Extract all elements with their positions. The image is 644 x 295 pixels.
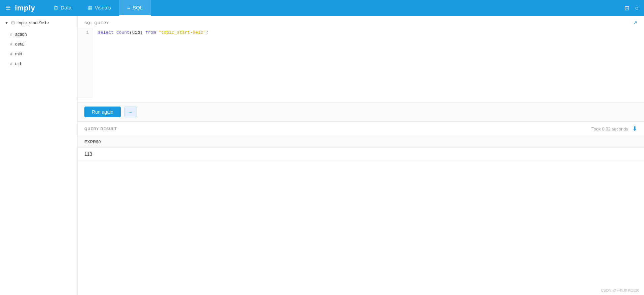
- user-icon[interactable]: ○: [635, 5, 639, 12]
- sql-editor: 1 select count(uid) from "topic_start-9e…: [78, 28, 644, 102]
- sql-query-header: SQL QUERY ↗: [78, 16, 644, 28]
- tab-data[interactable]: ⊞ Data: [46, 0, 80, 16]
- col-expr0-header: EXPR$0: [78, 136, 644, 148]
- cell-expr0-value: 113: [78, 148, 644, 160]
- query-result-header: QUERY RESULT Took 0.02 seconds ⬇: [78, 122, 644, 136]
- datasource-item[interactable]: ▼ ⊞ topic_start-9e1c: [0, 16, 77, 29]
- sidebar: ▼ ⊞ topic_start-9e1c # action # detail #…: [0, 16, 78, 295]
- content-area: SQL QUERY ↗ 1 select count(uid) from "to…: [78, 16, 644, 295]
- table-body: 113: [78, 148, 644, 160]
- chevron-down-icon: ▼: [5, 21, 8, 25]
- sidebar-field-mid[interactable]: # mid: [0, 49, 77, 59]
- more-options-button[interactable]: ···: [124, 107, 137, 117]
- hamburger-menu[interactable]: ☰: [5, 4, 11, 12]
- sidebar-field-action[interactable]: # action: [0, 29, 77, 39]
- field-detail-label: detail: [15, 41, 26, 47]
- tab-visuals-label: Visuals: [95, 5, 111, 10]
- query-result-meta: Took 0.02 seconds ⬇: [592, 125, 637, 132]
- sql-function-count: count: [116, 30, 130, 35]
- query-result-section: QUERY RESULT Took 0.02 seconds ⬇ EXPR$0: [78, 122, 644, 295]
- tab-sql-label: SQL: [133, 5, 143, 10]
- sql-keyword-select: select: [98, 30, 114, 35]
- app-logo: imply: [15, 4, 35, 12]
- line-number-1: 1: [81, 29, 89, 37]
- footer-note: CSDN @不以物喜2020: [601, 288, 639, 293]
- sql-code[interactable]: select count(uid) from "topic_start-9e1c…: [92, 28, 644, 98]
- field-uid-label: uid: [15, 61, 21, 66]
- sql-tab-icon: ≡: [127, 5, 130, 10]
- sql-close-paren: ): [140, 30, 143, 35]
- top-navigation: ☰ imply ⊞ Data ▦ Visuals ≡ SQL ⊟ ○: [0, 0, 644, 16]
- query-result-label: QUERY RESULT: [84, 127, 117, 131]
- tab-data-label: Data: [61, 5, 72, 10]
- download-icon[interactable]: ⬇: [632, 125, 637, 132]
- visuals-tab-icon: ▦: [88, 5, 92, 10]
- field-mid-label: mid: [15, 51, 22, 56]
- table-icon: ⊞: [11, 20, 15, 25]
- main-layout: ▼ ⊞ topic_start-9e1c # action # detail #…: [0, 16, 644, 295]
- results-data-table: EXPR$0 113: [78, 136, 644, 160]
- sql-space3: [156, 30, 159, 35]
- top-nav-right: ⊟ ○: [624, 4, 639, 12]
- windows-icon[interactable]: ⊟: [624, 4, 629, 12]
- sql-query-section: SQL QUERY ↗ 1 select count(uid) from "to…: [78, 16, 644, 122]
- sql-semicolon: ;: [206, 30, 209, 35]
- table-header-row: EXPR$0: [78, 136, 644, 148]
- sql-table-name: "topic_start-9e1c": [159, 30, 206, 35]
- field-action-label: action: [15, 32, 27, 37]
- sql-arg-uid: uid: [132, 30, 140, 35]
- sql-space1: [114, 30, 116, 35]
- sql-keyword-from: from: [145, 30, 156, 35]
- data-tab-icon: ⊞: [54, 5, 58, 10]
- line-numbers: 1: [78, 28, 92, 98]
- table-row: 113: [78, 148, 644, 160]
- hash-icon-mid: #: [10, 52, 12, 56]
- hash-icon-detail: #: [10, 42, 12, 47]
- run-bar: Run again ···: [78, 102, 644, 121]
- tab-sql[interactable]: ≡ SQL: [119, 0, 151, 16]
- run-again-button[interactable]: Run again: [84, 107, 121, 117]
- share-icon[interactable]: ↗: [633, 20, 637, 26]
- sidebar-field-uid[interactable]: # uid: [0, 59, 77, 68]
- query-timing: Took 0.02 seconds: [592, 126, 628, 131]
- sql-query-label: SQL QUERY: [84, 21, 109, 25]
- tab-visuals[interactable]: ▦ Visuals: [80, 0, 119, 16]
- table-header: EXPR$0: [78, 136, 644, 148]
- datasource-name: topic_start-9e1c: [18, 20, 49, 25]
- nav-tabs: ⊞ Data ▦ Visuals ≡ SQL: [46, 0, 151, 16]
- result-table: EXPR$0 113: [78, 136, 644, 295]
- sidebar-field-detail[interactable]: # detail: [0, 39, 77, 49]
- hash-icon-action: #: [10, 32, 12, 37]
- hash-icon-uid: #: [10, 61, 12, 66]
